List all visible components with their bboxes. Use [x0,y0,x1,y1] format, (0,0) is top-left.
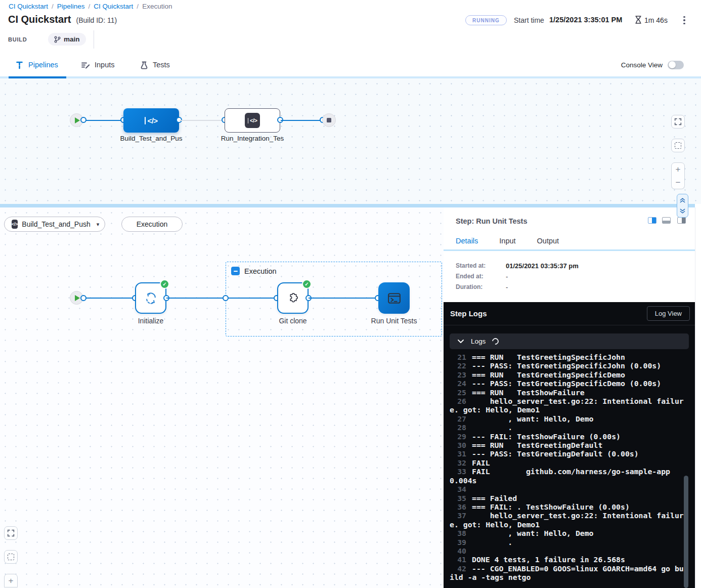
log-line: 29--- FAIL: TestShowFailure (0.00s) [450,432,686,441]
build-id: (Build ID: 11) [76,16,117,24]
breadcrumb-link-project[interactable]: CI Quickstart [9,3,48,10]
panel-tab-track [444,249,695,251]
tab-input[interactable]: Input [499,237,515,251]
log-line: 41DONE 4 tests, 1 failure in 26.568s [450,555,686,564]
pipeline-end-node [322,113,336,127]
edge [83,298,135,299]
stage-selector-dropdown[interactable]: </> Build_Test_and_Push [4,217,105,232]
step-node-initialize[interactable]: ✓ [135,282,166,314]
log-line-text: DONE 4 tests, 1 failure in 26.568s [472,555,625,564]
log-line: 33FAIL github.com/harness/go-sample-app … [450,467,686,485]
selection-button[interactable] [671,139,685,152]
fullscreen-button[interactable] [4,526,18,540]
collapse-group-checkbox[interactable] [231,267,240,275]
log-line-number: 37 [450,511,466,520]
zoom-in-button[interactable]: + [4,574,18,587]
tab-label: Tests [153,61,170,69]
log-line-number: 42 [450,564,466,573]
inputs-icon [81,61,90,69]
stop-icon [327,118,331,122]
active-tab-indicator [9,76,66,78]
git-branch-icon [54,36,61,43]
marquee-icon [8,554,14,560]
log-line: 31--- PASS: TestGreetingDefault (0.00s) [450,449,686,458]
zoom-in-button[interactable]: + [671,162,685,176]
log-line: 22--- PASS: TestGreetingSpecificJohn (0.… [450,361,686,370]
stage-node-run-integration-tests[interactable]: </> [225,108,280,133]
step-node-git-clone[interactable]: ✓ [277,282,309,314]
collapse-expand-control[interactable] [677,194,688,218]
page: CI QuickstartPipelinesCI QuickstartExecu… [0,0,701,588]
breadcrumb: CI QuickstartPipelinesCI QuickstartExecu… [9,3,172,10]
branch-chip: main [48,33,86,46]
log-line-text: === RUN TestShowFailure [472,388,585,397]
log-line: 42--- CGO_ENABLED=0 GOOS=linux GOARCH=am… [450,564,686,582]
step-node-run-unit-tests[interactable] [378,282,410,314]
panel-layout-minimize-icon[interactable] [677,217,686,224]
log-line-number: 36 [450,502,466,511]
log-lines[interactable]: 21=== RUN TestGreetingSpecificJohn 22---… [450,353,686,582]
logs-section-label: Logs [471,338,486,345]
log-line-number: 24 [450,379,466,388]
double-chevron-up-icon [679,196,686,204]
log-line-text: === RUN TestGreetingSpecificDemo [472,370,625,379]
log-line-text: --- FAIL: TestShowFailure (0.00s) [472,432,621,441]
zoom-out-button[interactable]: − [671,176,685,189]
port [223,295,229,301]
canvas-split-divider[interactable] [0,204,695,207]
log-line: 23=== RUN TestGreetingSpecificDemo [450,370,686,379]
stage-label: Run_Integration_Tes [209,135,295,142]
success-check-badge: ✓ [160,279,169,289]
console-view-toggle[interactable] [668,61,684,69]
marquee-icon [675,142,681,149]
detail-value: - [506,273,508,280]
tab-details[interactable]: Details [456,237,478,251]
stage-graph-canvas: </> </> Build_Test_and_Pus Run_Integrati… [0,78,701,204]
panel-layout-bottom-icon[interactable] [662,217,671,224]
fullscreen-button[interactable] [671,115,685,129]
app-header: CI QuickstartPipelinesCI QuickstartExecu… [0,0,701,53]
tab-tests[interactable]: Tests [140,53,170,76]
double-chevron-down-icon [679,207,686,215]
tab-output[interactable]: Output [537,237,559,251]
log-line-number: 21 [450,353,466,361]
log-line-number: 39 [450,538,466,547]
log-view-button[interactable]: Log View [647,306,690,321]
execution-chip-label: Execution [137,220,167,228]
execution-chip[interactable]: Execution [121,217,183,232]
breadcrumb-separator [137,3,139,10]
log-line-text: . [472,538,512,547]
port [80,295,86,301]
log-line-text: FAIL github.com/harness/go-sample-app 0.… [450,467,684,484]
stage-node-build-test-and-push[interactable]: </> [123,108,179,133]
log-line: 36=== FAIL: . TestShowFailure (0.00s) [450,502,686,511]
stage-selector-label: Build_Test_and_Push [22,220,90,228]
breadcrumb-separator [52,3,54,10]
plugin-puzzle-icon [286,291,300,305]
port [80,117,86,123]
tab-inputs[interactable]: Inputs [81,53,115,76]
log-line-number: 32 [450,458,466,467]
log-line-number: 29 [450,432,466,441]
more-options-menu[interactable] [680,15,689,26]
hourglass-icon [634,15,642,24]
logs-section-toggle[interactable]: Logs [450,333,689,349]
edge [180,120,225,121]
log-line-text: --- CGO_ENABLED=0 GOOS=linux GOARCH=amd6… [450,564,684,581]
play-icon [75,117,80,123]
log-line-text: . [472,423,512,432]
selection-button[interactable] [4,550,18,564]
tab-pipelines[interactable]: Pipelines [15,53,58,76]
execution-group-label: Execution [244,267,277,275]
breadcrumb-link-pipeline[interactable]: CI Quickstart [94,3,133,10]
log-line-number: 40 [450,547,466,555]
tab-label: Inputs [95,61,115,69]
breadcrumb-current: Execution [142,3,172,10]
breadcrumb-link-pipelines[interactable]: Pipelines [57,3,85,10]
log-scrollbar-thumb[interactable] [684,476,688,588]
panel-layout-right-icon[interactable] [648,217,656,224]
log-line-text: hello_server_test.go:22: Intentional fai… [450,397,684,414]
panel-scrollbar-gutter[interactable] [695,207,701,588]
step-logs-title: Step Logs [450,309,487,318]
chevron-down-icon [458,340,464,344]
